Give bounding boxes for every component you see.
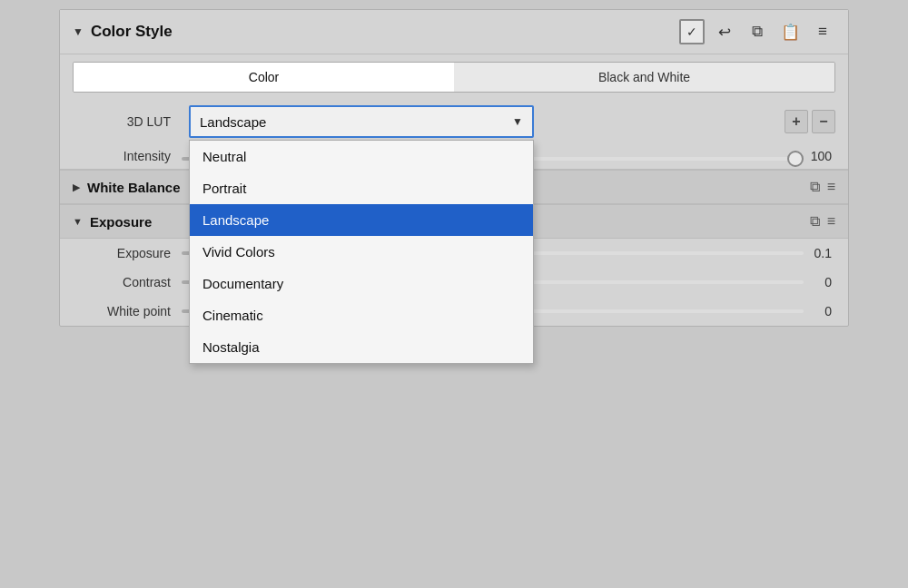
lut-selected-value: Landscape (200, 114, 266, 130)
lut-item-cinematic[interactable]: Cinematic (190, 299, 533, 331)
lut-minus-button[interactable]: − (812, 110, 835, 133)
lut-item-vivid[interactable]: Vivid Colors (190, 236, 533, 268)
intensity-value: 100 (804, 149, 835, 163)
paste-button[interactable]: 📋 (777, 19, 803, 44)
exposure-exposure-label: Exposure (73, 246, 182, 260)
exposure-copy-icon[interactable]: ⧉ (810, 213, 820, 230)
white-balance-actions: ⧉ ≡ (810, 179, 835, 195)
lut-item-portrait[interactable]: Portrait (190, 172, 533, 204)
lut-item-nostalgia[interactable]: Nostalgia (190, 331, 533, 363)
tab-row: Color Black and White (73, 62, 835, 93)
lut-dropdown[interactable]: Landscape ▼ (189, 105, 534, 138)
tab-color[interactable]: Color (74, 63, 454, 92)
copy-button[interactable]: ⧉ (745, 19, 770, 44)
contrast-label: Contrast (73, 275, 182, 289)
menu-button[interactable]: ≡ (810, 19, 835, 44)
lut-label: 3D LUT (73, 114, 182, 129)
lut-dropdown-list: Neutral Portrait Landscape Vivid Colors … (189, 140, 534, 364)
panel-title: Color Style (91, 23, 173, 41)
white-balance-chevron-icon[interactable]: ▶ (73, 181, 80, 193)
white-point-value: 0 (804, 304, 835, 318)
tab-bw[interactable]: Black and White (454, 63, 834, 92)
white-point-label: White point (73, 304, 182, 318)
lut-item-documentary[interactable]: Documentary (190, 268, 533, 299)
panel-header: ▼ Color Style ✓ ↩ ⧉ 📋 ≡ (60, 10, 848, 54)
lut-plus-button[interactable]: + (785, 110, 808, 133)
white-balance-copy-icon[interactable]: ⧉ (810, 179, 820, 195)
lut-plus-minus: + − (785, 110, 835, 133)
header-actions: ✓ ↩ ⧉ 📋 ≡ (679, 19, 835, 44)
panel-collapse-icon[interactable]: ▼ (73, 25, 84, 38)
lut-row: 3D LUT Landscape ▼ Neutral Portrait Land… (60, 100, 848, 143)
intensity-label: Intensity (73, 149, 182, 163)
lut-item-landscape[interactable]: Landscape (190, 204, 533, 236)
lut-dropdown-container: Landscape ▼ Neutral Portrait Landscape V… (189, 105, 770, 138)
white-balance-menu-icon[interactable]: ≡ (827, 179, 835, 195)
lut-item-neutral[interactable]: Neutral (190, 141, 533, 172)
exposure-actions: ⧉ ≡ (810, 213, 835, 230)
undo-button[interactable]: ↩ (712, 19, 737, 44)
dropdown-arrow-icon: ▼ (512, 115, 523, 128)
contrast-value: 0 (804, 275, 835, 289)
check-button[interactable]: ✓ (679, 19, 705, 44)
exposure-menu-icon[interactable]: ≡ (827, 213, 835, 230)
exposure-exposure-value: 0.1 (804, 246, 835, 260)
exposure-chevron-icon[interactable]: ▼ (73, 216, 83, 227)
